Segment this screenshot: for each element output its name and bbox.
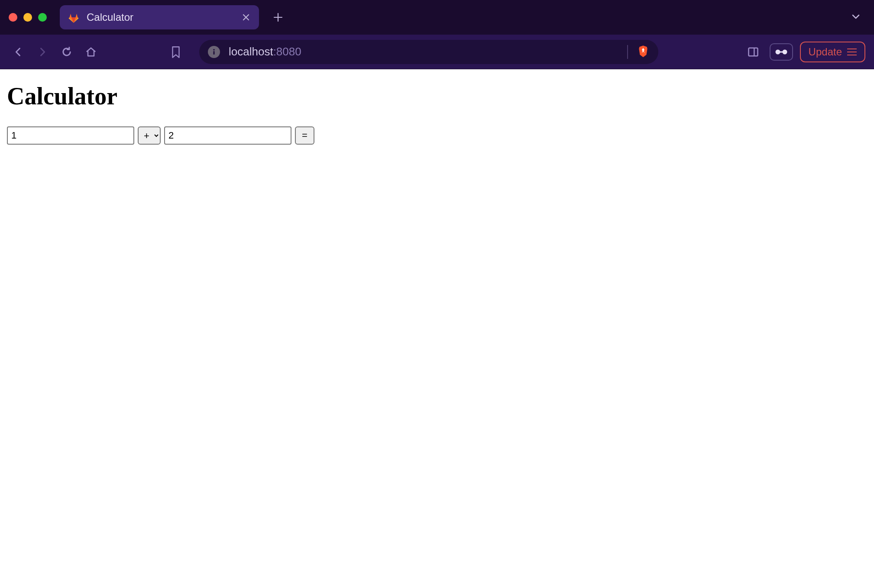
- url-port: :8080: [273, 45, 301, 58]
- toolbar-right: Update: [744, 42, 865, 62]
- forward-button[interactable]: [33, 42, 52, 61]
- site-info-icon[interactable]: [208, 46, 220, 58]
- equals-button[interactable]: =: [295, 126, 314, 145]
- svg-rect-2: [748, 48, 757, 56]
- window-minimize-button[interactable]: [23, 13, 32, 22]
- url-text: localhost:8080: [229, 45, 618, 58]
- svg-rect-1: [214, 51, 215, 55]
- tab-title: Calculator: [87, 11, 234, 23]
- reader-mode-button[interactable]: [770, 43, 793, 61]
- reload-button[interactable]: [57, 42, 76, 61]
- tabs-area: Calculator: [60, 5, 851, 29]
- addressbar-divider: [627, 45, 628, 59]
- update-label: Update: [809, 46, 842, 58]
- operator-select[interactable]: +: [138, 126, 161, 145]
- hamburger-icon: [847, 48, 857, 55]
- svg-rect-6: [780, 51, 783, 52]
- operand2-input[interactable]: [164, 126, 291, 145]
- bookmark-button[interactable]: [166, 42, 185, 61]
- page-title: Calculator: [7, 82, 867, 110]
- window-close-button[interactable]: [9, 13, 17, 22]
- tabs-dropdown-icon[interactable]: [851, 11, 861, 23]
- address-bar[interactable]: localhost:8080: [199, 40, 658, 64]
- titlebar: Calculator: [0, 0, 874, 35]
- calculator-form: + =: [7, 126, 867, 145]
- back-button[interactable]: [9, 42, 28, 61]
- browser-tab[interactable]: Calculator: [60, 5, 259, 29]
- gitlab-icon: [68, 11, 80, 23]
- url-host: localhost: [229, 45, 273, 58]
- home-button[interactable]: [81, 42, 100, 61]
- browser-chrome: Calculator: [0, 0, 874, 69]
- update-button[interactable]: Update: [800, 42, 865, 62]
- sidebar-toggle-button[interactable]: [744, 42, 763, 61]
- toolbar: localhost:8080 Upd: [0, 35, 874, 69]
- operand1-input[interactable]: [7, 126, 134, 145]
- svg-point-5: [782, 49, 787, 54]
- window-maximize-button[interactable]: [38, 13, 47, 22]
- tab-close-icon[interactable]: [241, 12, 251, 23]
- svg-point-4: [775, 49, 780, 54]
- page-content: Calculator + =: [0, 69, 874, 158]
- brave-shield-icon[interactable]: [637, 45, 650, 59]
- window-controls: [9, 13, 47, 22]
- svg-point-0: [213, 49, 215, 51]
- new-tab-button[interactable]: [269, 9, 287, 26]
